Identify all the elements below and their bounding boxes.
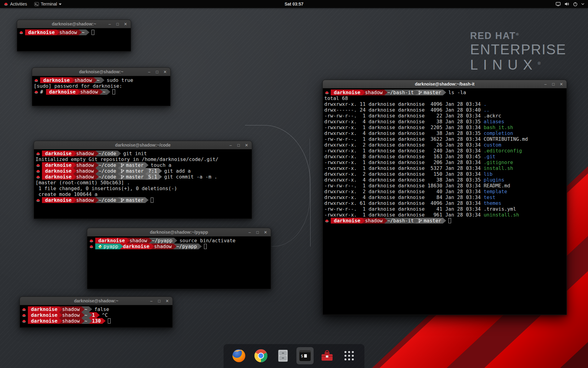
terminal-content[interactable]: darknoiseshadow~/pyappsource bin/activat…	[87, 236, 271, 289]
minimize-button[interactable]: –	[107, 22, 112, 26]
maximize-button[interactable]: □	[551, 82, 556, 86]
terminal-window-3[interactable]: darknoise@shadow:~/code–□✕darknoiseshado…	[34, 141, 252, 219]
terminal-line: create mode 100644 a	[36, 191, 252, 197]
redhat-icon	[19, 30, 24, 35]
file-name: .editorconfig	[484, 148, 522, 154]
files-icon[interactable]	[274, 347, 292, 364]
minimize-button[interactable]: –	[247, 230, 252, 235]
terminal-line: drwxrwxr-x. 4 darknoise darknoise 38 Jan…	[324, 177, 567, 183]
dock: $	[224, 344, 364, 368]
titlebar[interactable]: darknoise@shadow:~/bash-it–□✕	[323, 80, 567, 88]
activities-button[interactable]: Activities	[0, 0, 31, 8]
redhat-icon	[89, 239, 94, 243]
terminal-icon[interactable]: $	[296, 347, 314, 364]
prompt-segment: darknoise	[331, 90, 365, 95]
terminal-content[interactable]: darknoiseshadow~/bash-itmasterls -latota…	[323, 88, 567, 315]
power-icon[interactable]	[573, 2, 578, 6]
prompt-segment: ~/code	[96, 168, 121, 174]
clock-label[interactable]: Sat 03:57	[285, 2, 303, 6]
listing-text: README.md	[484, 183, 510, 189]
titlebar[interactable]: darknoise@shadow:~–□✕	[17, 20, 131, 28]
file-name: plugins	[484, 177, 504, 183]
chevron-down-icon[interactable]	[581, 3, 584, 5]
file-name: bash_it.sh	[484, 125, 513, 130]
chrome-icon[interactable]	[252, 347, 270, 364]
close-button[interactable]: ✕	[123, 22, 128, 26]
terminal-content[interactable]: darknoiseshadow~falsedarknoiseshadow~1^C…	[20, 305, 172, 328]
redhat-icon	[325, 219, 329, 223]
window-title: darknoise@shadow:~/bash-it	[323, 80, 567, 88]
listing-text: drwxrwxr-x. 2 darknoise darknoise 26 Jan…	[324, 142, 484, 148]
terminal-content[interactable]: darknoiseshadow~	[17, 28, 131, 51]
branch-icon	[121, 175, 124, 179]
file-name: themes	[484, 200, 501, 206]
listing-text: -rwxrwxr-x. 1 darknoise darknoise 961 Ja…	[324, 212, 484, 218]
prompt-segment: master	[118, 174, 149, 180]
root-prompt-hash: #	[40, 89, 46, 95]
titlebar[interactable]: darknoise@shadow:~–□✕	[20, 297, 172, 305]
terminal-line: drwx------. 24 darknoise darknoise 4096 …	[324, 107, 567, 113]
volume-icon[interactable]	[564, 2, 569, 6]
terminal-line: drwxrwxr-x. 61 darknoise darknoise 4096 …	[324, 200, 567, 206]
maximize-button[interactable]: □	[255, 230, 260, 235]
prompt-segment: shadow	[59, 306, 85, 312]
command-text: ls -la	[448, 90, 466, 95]
display-icon[interactable]	[556, 2, 561, 6]
firefox-icon[interactable]	[230, 347, 247, 364]
command-text: ^C	[102, 312, 108, 318]
maximize-button[interactable]: □	[155, 70, 159, 74]
prompt-segment: darknoise	[42, 162, 77, 168]
terminal-window-2[interactable]: darknoise@shadow:~–□✕darknoiseshadow~sud…	[32, 67, 171, 106]
command-text: git commit -a -m .	[164, 174, 217, 180]
listing-text: CONTRIBUTING.md	[484, 136, 528, 142]
listing-text: .travis.yml	[484, 206, 516, 212]
desktop[interactable]: darknoise@shadow:~–□✕darknoiseshadow~dar…	[0, 0, 588, 368]
terminal-line: -rwxrwxr-x. 1 darknoise darknoise 2205 J…	[324, 125, 567, 130]
branch-icon	[418, 219, 422, 223]
minimize-button[interactable]: –	[147, 70, 151, 74]
terminal-line: darknoiseshadow~false	[21, 306, 172, 312]
titlebar[interactable]: darknoise@shadow:~–□✕	[32, 68, 170, 76]
maximize-button[interactable]: □	[236, 143, 241, 148]
listing-text: -rwxrwxr-x. 1 darknoise darknoise 240 Ja…	[324, 148, 484, 154]
titlebar[interactable]: darknoise@shadow:~/code–□✕	[34, 141, 252, 149]
terminal-line: darknoiseshadow~/pyappsource bin/activat…	[89, 238, 271, 243]
minimize-button[interactable]: –	[228, 143, 233, 148]
terminal-window-4[interactable]: darknoise@shadow:~/pyapp–□✕darknoiseshad…	[87, 228, 271, 289]
terminal-line: darknoiseshadow~sudo true	[34, 77, 170, 83]
close-button[interactable]: ✕	[163, 70, 167, 74]
terminal-line: Initialized empty Git repository in /hom…	[36, 156, 252, 162]
file-name: test	[484, 194, 496, 200]
close-button[interactable]: ✕	[165, 299, 169, 303]
prompt-segment: shadow	[59, 312, 85, 318]
app-grid-icon[interactable]	[341, 347, 358, 364]
terminal-line: darknoiseshadow~/codemaster	[36, 197, 252, 203]
maximize-button[interactable]: □	[115, 22, 120, 26]
prompt-segment: darknoise	[331, 218, 365, 224]
prompt-segment: darknoise	[25, 29, 60, 35]
terminal-window-1[interactable]: darknoise@shadow:~–□✕darknoiseshadow~	[17, 20, 131, 52]
titlebar[interactable]: darknoise@shadow:~/pyapp–□✕	[87, 228, 271, 236]
close-button[interactable]: ✕	[559, 82, 564, 86]
terminal-content[interactable]: darknoiseshadow~sudo true[sudo] password…	[32, 76, 170, 106]
listing-text: -rw-rw-r--. 1 darknoise darknoise 41 Jan…	[324, 206, 484, 212]
minimize-button[interactable]: –	[543, 82, 548, 86]
prompt-segment: darknoise	[28, 306, 62, 312]
prompt-segment: ~/pyapp	[173, 243, 202, 249]
terminal-window-5[interactable]: darknoise@shadow:~–□✕darknoiseshadow~fal…	[20, 297, 173, 328]
terminal-window-6[interactable]: darknoise@shadow:~/bash-it–□✕darknoisesh…	[322, 80, 567, 315]
app-menu-terminal[interactable]: Terminal	[31, 0, 65, 8]
prompt-segment: darknoise	[42, 197, 77, 203]
prompt-segment: master	[118, 168, 149, 174]
prompt-segment: master	[118, 162, 149, 168]
terminal-line: -rw-rw-r--. 1 darknoise darknoise 18630 …	[324, 183, 567, 189]
minimize-button[interactable]: –	[149, 299, 153, 303]
close-button[interactable]: ✕	[263, 230, 268, 235]
terminal-content[interactable]: darknoiseshadow~/codegit initInitialized…	[34, 149, 252, 219]
maximize-button[interactable]: □	[157, 299, 161, 303]
toolbox-icon[interactable]	[318, 347, 336, 364]
prompt-segment: shadow	[73, 168, 99, 174]
system-status-area[interactable]	[552, 0, 588, 8]
redhat-icon	[22, 319, 26, 323]
close-button[interactable]: ✕	[244, 143, 249, 148]
